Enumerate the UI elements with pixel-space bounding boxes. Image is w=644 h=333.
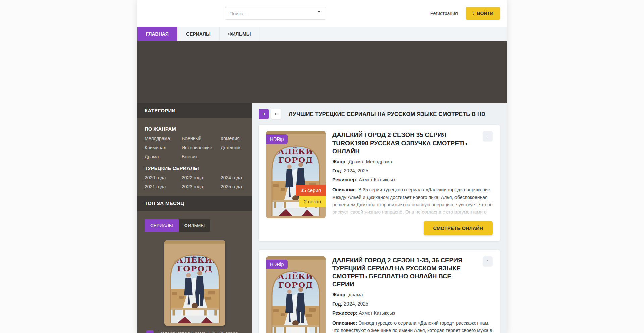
series-card: ДАЛЁКИЙ ГОРОД xyxy=(259,125,500,241)
main-content: ЛУЧШИЕ ТУРЕЦКИЕ СЕРИАЛЫ НА РУССКОМ ЯЗЫКЕ… xyxy=(252,103,507,333)
genre-link[interactable]: Боевик xyxy=(182,154,219,159)
genre-value: драма xyxy=(348,292,363,297)
genre-label: Жанр: xyxy=(332,292,347,297)
nav-item-films[interactable]: ФИЛЬМЫ xyxy=(220,27,260,41)
comments-button[interactable] xyxy=(483,131,493,141)
years-list: 2020 года 2022 года 2024 года 2021 года … xyxy=(145,175,245,189)
genres-title: ПО ЖАНРАМ xyxy=(145,126,245,132)
comments-icon xyxy=(487,135,488,137)
card-title-link[interactable]: ДАЛЕКИЙ ГОРОД 2 СЕЗОН 35 СЕРИЯ TUROK1990… xyxy=(332,131,473,155)
genre-link[interactable]: Комедия xyxy=(221,136,245,141)
description: Описание: В 35 серии турецкого сериала «… xyxy=(332,186,493,218)
sidebar-categories-title: КАТЕГОРИИ xyxy=(137,103,252,118)
genre-link[interactable]: Исторические xyxy=(182,145,219,150)
top-month-title: ТОП ЗА МЕСЯЦ xyxy=(137,196,252,211)
year-link[interactable]: 2024 года xyxy=(221,175,245,180)
search-icon xyxy=(318,11,320,15)
quality-badge: HDRip xyxy=(266,134,288,144)
top-poster[interactable]: ДАЛЁКИЙ ГОРОД xyxy=(164,240,225,326)
poster-title-line2: ГОРОД xyxy=(278,155,313,164)
year-label: Год: xyxy=(332,301,342,307)
list-view-icon xyxy=(275,113,277,115)
director-row: Режиссер: Ахмет Катыксыз xyxy=(332,310,493,316)
top-item-link[interactable]: Далекий город 2 сезон 1-35, 36 серия xyxy=(159,330,238,333)
genre-value: Драма, Мелодрама xyxy=(348,159,392,164)
tab-films[interactable]: ФИЛЬМЫ xyxy=(179,219,211,232)
page-container: Регистрация ВОЙТИ ГЛАВНАЯ СЕРИАЛЫ ФИЛЬМЫ… xyxy=(137,0,507,333)
search-input[interactable] xyxy=(225,11,312,16)
card-title-link[interactable]: ДАЛЕКИЙ ГОРОД 2 СЕЗОН 1-35, 36 СЕРИЯ ТУР… xyxy=(332,256,473,288)
episode-badge: 35 серия xyxy=(296,185,326,196)
years-title: ТУРЕЦКИЕ СЕРИАЛЫ xyxy=(145,165,245,171)
genre-link[interactable]: Драма xyxy=(145,154,180,159)
list-view-button[interactable] xyxy=(271,109,281,119)
director-value: Ахмет Катыксыз xyxy=(359,177,395,182)
top-rank-item: 1 Далекий город 2 сезон 1-35, 36 серия xyxy=(146,330,245,333)
sidebar: КАТЕГОРИИ ПО ЖАНРАМ Мелодрама Военный Ко… xyxy=(137,103,252,333)
year-link[interactable]: 2021 года xyxy=(145,184,180,189)
nav-item-home[interactable]: ГЛАВНАЯ xyxy=(137,27,177,41)
genre-link[interactable]: Криминал xyxy=(145,145,180,150)
main-nav: ГЛАВНАЯ СЕРИАЛЫ ФИЛЬМЫ xyxy=(137,27,507,41)
genre-row: Жанр: Драма, Мелодрама xyxy=(332,159,493,164)
auth-area: Регистрация ВОЙТИ xyxy=(430,0,500,27)
series-card: ДАЛЁКИЙ ГОРОД xyxy=(259,250,500,333)
genre-link[interactable]: Мелодрама xyxy=(145,136,180,141)
tab-serials[interactable]: СЕРИАЛЫ xyxy=(145,219,179,232)
card-poster[interactable]: ДАЛЁКИЙ ГОРОД xyxy=(266,131,326,218)
year-value: 2024, 2025 xyxy=(344,301,368,307)
director-value: Ахмет Катыксыз xyxy=(359,310,395,316)
year-link[interactable]: 2023 года xyxy=(182,184,219,189)
poster-title-line2: ГОРОД xyxy=(278,280,313,289)
description: Описание: Эпизод турецкого сериала «Дале… xyxy=(332,320,493,333)
user-icon xyxy=(473,12,474,15)
content-header: ЛУЧШИЕ ТУРЕЦКИЕ СЕРИАЛЫ НА РУССКОМ ЯЗЫКЕ… xyxy=(259,109,500,119)
search-button[interactable] xyxy=(312,7,326,19)
director-row: Режиссер: Ахмет Катыксыз xyxy=(332,177,493,182)
year-link[interactable]: 2020 года xyxy=(145,175,180,180)
genres-list: Мелодрама Военный Комедия Криминал Истор… xyxy=(145,136,245,159)
page-title: ЛУЧШИЕ ТУРЕЦКИЕ СЕРИАЛЫ НА РУССКОМ ЯЗЫКЕ… xyxy=(289,111,485,117)
nav-item-serials[interactable]: СЕРИАЛЫ xyxy=(177,27,220,41)
login-label: ВОЙТИ xyxy=(477,11,493,16)
poster-art: ДАЛЁКИЙ ГОРОД xyxy=(164,240,225,326)
grid-view-icon xyxy=(263,113,265,115)
content-row: КАТЕГОРИИ ПО ЖАНРАМ Мелодрама Военный Ко… xyxy=(137,103,507,333)
episode-badges: 35 серия 2 сезон xyxy=(296,185,326,207)
card-body: ДАЛЕКИЙ ГОРОД 2 СЕЗОН 35 СЕРИЯ TUROK1990… xyxy=(332,131,493,235)
director-label: Режиссер: xyxy=(332,177,357,182)
poster-title-line2: ГОРОД xyxy=(177,264,213,273)
quality-badge: HDRip xyxy=(266,260,288,269)
year-row: Год: 2024, 2025 xyxy=(332,301,493,307)
description-label: Описание: xyxy=(332,187,357,192)
year-value: 2024, 2025 xyxy=(344,168,368,173)
rank-badge: 1 xyxy=(146,330,154,333)
genre-label: Жанр: xyxy=(332,159,347,164)
site-header: Регистрация ВОЙТИ xyxy=(137,0,507,27)
grid-view-button[interactable] xyxy=(259,109,269,119)
year-link[interactable]: 2025 года xyxy=(221,184,245,189)
year-label: Год: xyxy=(332,168,342,173)
year-row: Год: 2024, 2025 xyxy=(332,168,493,173)
watch-online-button[interactable]: СМОТРЕТЬ ОНЛАЙН xyxy=(424,221,493,235)
director-label: Режиссер: xyxy=(332,310,357,316)
year-link[interactable]: 2022 года xyxy=(182,175,219,180)
banner-area xyxy=(137,41,507,103)
sidebar-filters: ПО ЖАНРАМ Мелодрама Военный Комедия Крим… xyxy=(137,118,252,196)
card-poster[interactable]: ДАЛЁКИЙ ГОРОД xyxy=(266,256,326,333)
comments-icon xyxy=(487,260,488,262)
register-link[interactable]: Регистрация xyxy=(430,11,458,16)
comments-button[interactable] xyxy=(483,256,493,266)
top-month-block: СЕРИАЛЫ ФИЛЬМЫ xyxy=(137,211,252,333)
genre-link[interactable]: Военный xyxy=(182,136,219,141)
description-label: Описание: xyxy=(332,320,357,326)
genre-link[interactable]: Детектив xyxy=(221,145,245,150)
search-form xyxy=(225,7,326,20)
card-body: ДАЛЕКИЙ ГОРОД 2 СЕЗОН 1-35, 36 СЕРИЯ ТУР… xyxy=(332,256,493,333)
genre-row: Жанр: драма xyxy=(332,292,493,297)
season-badge: 2 сезон xyxy=(299,196,326,207)
top-month-tabs: СЕРИАЛЫ ФИЛЬМЫ xyxy=(145,219,245,232)
login-button[interactable]: ВОЙТИ xyxy=(466,7,500,20)
